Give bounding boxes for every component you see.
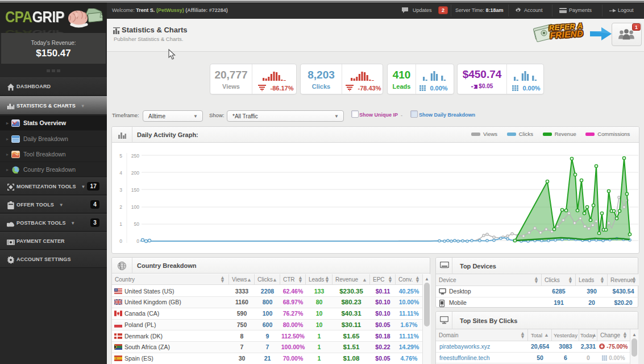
svg-text:200: 200 xyxy=(131,170,139,176)
svg-text:4: 4 xyxy=(119,170,122,176)
svg-text:0: 0 xyxy=(119,238,122,244)
svg-text:50: 50 xyxy=(134,221,140,227)
svg-text:2: 2 xyxy=(119,204,122,210)
svg-text:100: 100 xyxy=(131,204,139,210)
svg-text:250: 250 xyxy=(131,153,139,159)
svg-text:5: 5 xyxy=(119,153,122,159)
svg-text:1: 1 xyxy=(119,221,122,227)
svg-text:0: 0 xyxy=(136,238,139,244)
svg-text:3: 3 xyxy=(119,187,122,193)
svg-text:150: 150 xyxy=(131,187,139,193)
